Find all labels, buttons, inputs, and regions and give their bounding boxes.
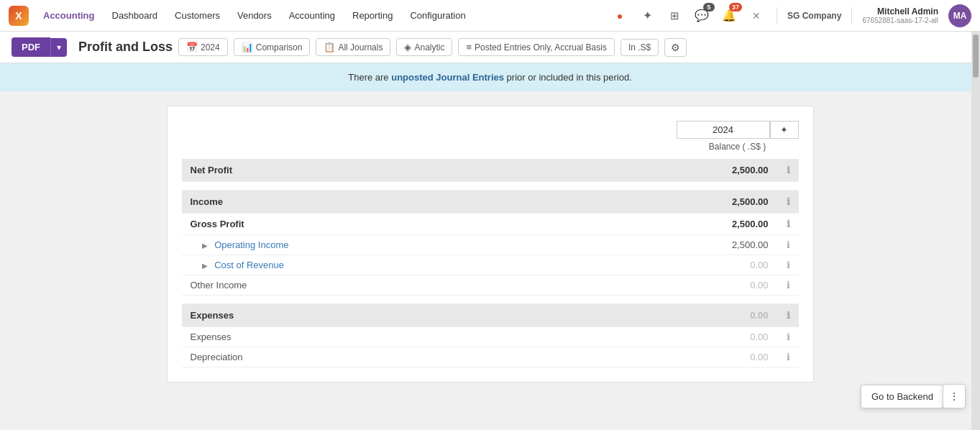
report-col-2024: 2024 ✦ Balance ( .S$ ): [677, 121, 799, 152]
nav-divider: [777, 7, 777, 24]
page-title: Profit and Loss: [78, 40, 173, 55]
report-header: 2024 ✦ Balance ( .S$ ): [182, 121, 799, 152]
filter-currency-button[interactable]: In .S$: [620, 39, 659, 56]
year-label: 2024: [677, 121, 770, 139]
gross-profit-value: 2,500.00: [549, 214, 777, 235]
debug-icon-btn[interactable]: ✦: [770, 121, 799, 139]
nav-item-accounting[interactable]: Accounting: [36, 7, 102, 24]
calendar-icon: 📅: [186, 42, 198, 52]
cost-revenue-value: 0.00: [549, 255, 777, 275]
settings-button[interactable]: ⚙: [664, 38, 687, 57]
filter-entries-button[interactable]: ≡ Posted Entries Only, Accrual Basis: [458, 38, 614, 56]
expenses-label: Expenses: [182, 327, 549, 347]
subtoolbar: PDF ▾ Profit and Loss 📅 2024 📊 Compariso…: [0, 32, 980, 63]
other-income-value: 0.00: [549, 275, 777, 296]
expenses-group-row: Expenses 0.00 ℹ: [182, 304, 799, 327]
net-profit-label: Net Profit: [182, 159, 549, 182]
nav-divider2: [851, 7, 852, 24]
analytic-icon: ◈: [404, 42, 411, 52]
balance-label: Balance ( .S$ ): [709, 142, 766, 152]
other-income-label: Other Income: [182, 275, 549, 296]
depreciation-label: Depreciation: [182, 347, 549, 367]
info-icon-cost[interactable]: ℹ: [787, 260, 790, 270]
nav-item-configuration[interactable]: Configuration: [403, 7, 472, 24]
nav-item-accounting2[interactable]: Accounting: [282, 7, 342, 24]
chart-icon: 📊: [242, 42, 253, 52]
expand-arrow-operating[interactable]: ▶: [202, 242, 208, 250]
info-icon-expenses[interactable]: ℹ: [787, 310, 790, 321]
filter-analytic-button[interactable]: ◈ Analytic: [396, 38, 452, 56]
report-card: 2024 ✦ Balance ( .S$ ) Net Profit 2,500.…: [167, 106, 814, 383]
company-info: SG Company: [787, 11, 841, 21]
grid-icon[interactable]: ⊞: [664, 6, 684, 26]
nav-item-dashboard[interactable]: Dashboard: [105, 7, 165, 24]
info-icon-netprofit[interactable]: ℹ: [787, 165, 790, 175]
user-info: Mitchell Admin 67652881-saas-17-2-all: [862, 6, 938, 24]
other-income-row: Other Income 0.00 ℹ: [182, 275, 799, 296]
nav-item-reporting[interactable]: Reporting: [345, 7, 400, 24]
operating-income-label[interactable]: ▶ Operating Income: [182, 235, 549, 255]
chat-badge: 5: [703, 3, 715, 12]
gross-profit-label: Gross Profit: [182, 214, 549, 235]
entries-icon: ≡: [466, 42, 472, 52]
net-profit-value: 2,500.00: [549, 159, 777, 182]
expenses-value: 0.00: [549, 327, 777, 347]
scrollbar-thumb[interactable]: [973, 35, 979, 78]
close-icon[interactable]: ✕: [746, 6, 766, 26]
filter-journals-button[interactable]: 📋 All Journals: [316, 38, 390, 56]
chat-icon[interactable]: 💬 5: [692, 6, 712, 26]
notif-badge: 37: [729, 3, 742, 12]
expenses-row: Expenses 0.00 ℹ: [182, 327, 799, 347]
pdf-dropdown-button[interactable]: ▾: [50, 38, 67, 57]
expand-arrow-cost[interactable]: ▶: [202, 262, 208, 270]
info-icon-depreciation[interactable]: ℹ: [787, 352, 790, 362]
expenses-group-value: 0.00: [549, 304, 777, 327]
main-content: 2024 ✦ Balance ( .S$ ) Net Profit 2,500.…: [0, 91, 980, 430]
nav-item-customers[interactable]: Customers: [168, 7, 227, 24]
record-icon[interactable]: ●: [610, 6, 630, 26]
operating-income-row: ▶ Operating Income 2,500.00 ℹ: [182, 235, 799, 255]
filter-year-button[interactable]: 📅 2024: [178, 38, 228, 56]
info-icon-income[interactable]: ℹ: [787, 196, 790, 207]
bug-icon[interactable]: ✦: [637, 6, 657, 26]
cost-revenue-row: ▶ Cost of Revenue 0.00 ℹ: [182, 255, 799, 275]
info-icon-expenses-row[interactable]: ℹ: [787, 331, 790, 342]
nav-item-vendors[interactable]: Vendors: [230, 7, 279, 24]
app-logo[interactable]: X: [9, 6, 29, 26]
scrollbar-track: [971, 32, 980, 430]
journal-icon: 📋: [324, 42, 335, 52]
cost-revenue-label[interactable]: ▶ Cost of Revenue: [182, 255, 549, 275]
goto-more-button[interactable]: ⋮: [943, 384, 966, 408]
depreciation-row: Depreciation 0.00 ℹ: [182, 347, 799, 367]
info-icon-operating[interactable]: ℹ: [787, 239, 790, 250]
pdf-button-group: PDF ▾: [12, 37, 67, 57]
income-value: 2,500.00: [549, 191, 777, 214]
goto-backend-button[interactable]: Go to Backend: [861, 385, 944, 408]
operating-income-value: 2,500.00: [549, 235, 777, 255]
pdf-button[interactable]: PDF: [12, 37, 50, 57]
expenses-group-label: Expenses: [182, 304, 549, 327]
depreciation-value: 0.00: [549, 347, 777, 367]
info-icon-other[interactable]: ℹ: [787, 280, 790, 291]
net-profit-row: Net Profit 2,500.00 ℹ: [182, 159, 799, 182]
notification-icon[interactable]: 🔔 37: [719, 6, 739, 26]
info-banner: There are unposted Journal Entries prior…: [0, 63, 980, 91]
info-icon-gross[interactable]: ℹ: [787, 219, 790, 229]
income-row: Income 2,500.00 ℹ: [182, 191, 799, 214]
spacer-row-1: [182, 182, 799, 191]
report-table: Net Profit 2,500.00 ℹ Income 2,500.00 ℹ …: [182, 159, 799, 367]
avatar[interactable]: MA: [948, 4, 971, 27]
income-label: Income: [182, 191, 549, 214]
filter-comparison-button[interactable]: 📊 Comparison: [234, 38, 311, 56]
top-navigation: X Accounting Dashboard Customers Vendors…: [0, 0, 980, 32]
gross-profit-row: Gross Profit 2,500.00 ℹ: [182, 214, 799, 235]
spacer-row-2: [182, 296, 799, 304]
